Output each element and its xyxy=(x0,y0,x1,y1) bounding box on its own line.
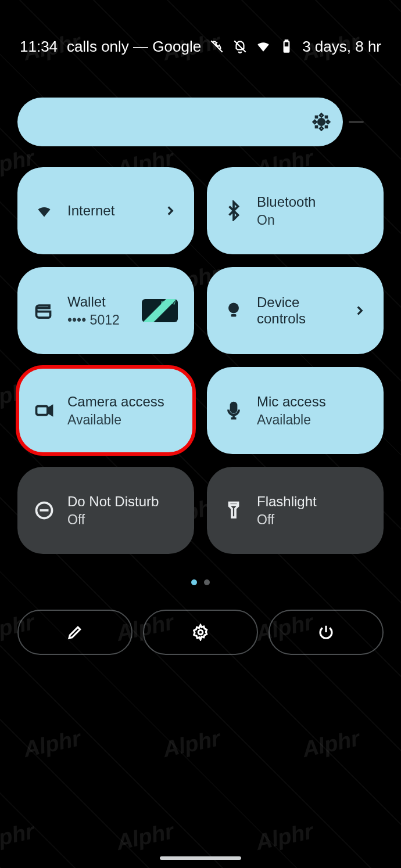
tile-subtitle: Off xyxy=(67,512,178,528)
flashlight-icon xyxy=(223,500,244,521)
wifi-icon xyxy=(256,39,271,54)
tile-flashlight[interactable]: Flashlight Off xyxy=(207,467,384,554)
phone-disabled-icon xyxy=(209,39,224,54)
power-button[interactable] xyxy=(268,610,384,655)
camera-icon xyxy=(34,400,55,421)
tile-camera-access[interactable]: Camera access Available xyxy=(17,367,194,454)
svg-point-4 xyxy=(228,303,239,314)
settings-button[interactable] xyxy=(143,610,258,655)
tile-device-controls[interactable]: Device controls xyxy=(207,267,384,354)
svg-rect-5 xyxy=(231,314,237,317)
bluetooth-icon xyxy=(223,200,244,221)
status-right: calls only — Google 3 days, 8 hr xyxy=(67,38,381,56)
wifi-icon xyxy=(34,200,55,221)
tile-title: Wallet xyxy=(67,294,129,310)
dnd-icon xyxy=(34,500,55,521)
wallet-icon xyxy=(34,300,55,321)
tile-title: Mic access xyxy=(257,394,367,410)
quick-settings-tiles: Internet Bluetooth On Wallet •••• 5012 D… xyxy=(0,150,401,571)
chevron-right-icon xyxy=(352,303,367,318)
status-battery-text: 3 days, 8 hr xyxy=(302,38,381,56)
power-icon xyxy=(317,624,335,641)
page-indicator xyxy=(0,577,401,588)
tile-title: Device controls xyxy=(257,294,339,327)
tile-subtitle: Available xyxy=(67,412,178,428)
tile-mic-access[interactable]: Mic access Available xyxy=(207,367,384,454)
notifications-off-icon xyxy=(232,39,248,54)
tile-subtitle: Available xyxy=(257,412,367,428)
tile-subtitle: •••• 5012 xyxy=(67,312,129,328)
tile-subtitle: On xyxy=(257,213,367,228)
tile-title: Flashlight xyxy=(257,494,367,510)
tile-title: Internet xyxy=(67,203,150,219)
pencil-icon xyxy=(66,624,84,641)
svg-point-3 xyxy=(318,118,324,125)
brightness-slider[interactable] xyxy=(17,98,343,146)
brightness-row xyxy=(0,98,401,146)
svg-point-9 xyxy=(198,630,203,635)
status-bar: 11:34 calls only — Google 3 days, 8 hr xyxy=(0,0,401,93)
tile-bluetooth[interactable]: Bluetooth On xyxy=(207,167,384,254)
tile-title: Bluetooth xyxy=(257,194,367,210)
page-dot-active xyxy=(191,579,197,585)
navigation-handle[interactable] xyxy=(160,856,241,860)
chevron-right-icon xyxy=(163,203,178,218)
status-time: 11:34 xyxy=(20,38,58,56)
tile-do-not-disturb[interactable]: Do Not Disturb Off xyxy=(17,467,194,554)
svg-rect-2 xyxy=(285,47,289,52)
battery-icon xyxy=(279,39,294,54)
status-carrier: calls only — Google xyxy=(67,38,201,56)
lightbulb-icon xyxy=(223,300,244,321)
svg-rect-7 xyxy=(231,403,237,413)
wallet-card-thumbnail xyxy=(142,299,178,322)
brightness-icon xyxy=(312,112,331,132)
svg-rect-1 xyxy=(285,40,288,41)
tile-title: Do Not Disturb xyxy=(67,494,178,510)
gear-icon xyxy=(192,624,209,641)
edit-button[interactable] xyxy=(17,610,133,655)
svg-rect-6 xyxy=(37,406,48,415)
mic-icon xyxy=(223,400,244,421)
tile-title: Camera access xyxy=(67,394,178,410)
page-dot xyxy=(204,579,210,585)
tile-subtitle: Off xyxy=(257,512,367,528)
tile-internet[interactable]: Internet xyxy=(17,167,194,254)
bottom-actions xyxy=(0,610,401,655)
tile-wallet[interactable]: Wallet •••• 5012 xyxy=(17,267,194,354)
